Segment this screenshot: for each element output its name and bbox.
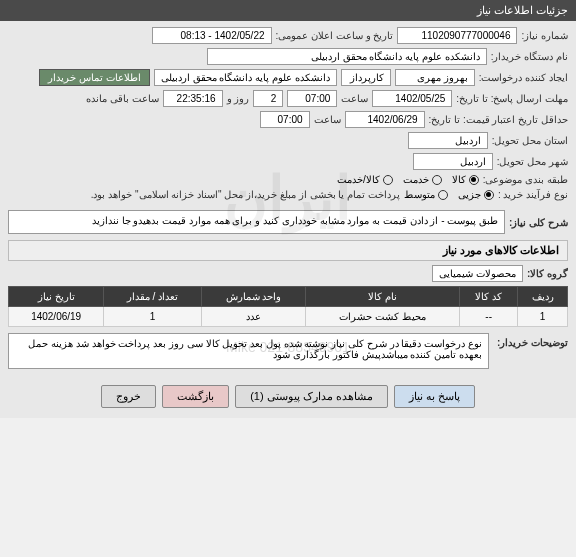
respond-button[interactable]: پاسخ به نیاز (394, 385, 475, 408)
category-option-label: کالا (452, 174, 466, 185)
public-datetime-label: تاریخ و ساعت اعلان عمومی: (276, 30, 394, 41)
requester-org: دانشکده علوم پایه دانشگاه محقق اردبیلی (154, 69, 337, 86)
exit-button[interactable]: خروج (101, 385, 156, 408)
remaining-time: 22:35:16 (163, 90, 223, 107)
category-option-label: کالا/خدمت (337, 174, 380, 185)
validity-hour-label: ساعت (314, 114, 341, 125)
deadline-date: 1402/05/25 (372, 90, 452, 107)
table-header-row: ردیف کد کالا نام کالا واحد شمارش تعداد /… (9, 287, 568, 307)
attachments-button[interactable]: مشاهده مدارک پیوستی (1) (235, 385, 388, 408)
process-label: نوع فرآیند خرید : (498, 189, 568, 200)
general-desc-text: طبق پیوست - از دادن قیمت به موارد مشابه … (8, 210, 505, 234)
contact-buyer-button[interactable]: اطلاعات تماس خریدار (39, 69, 150, 86)
radio-icon (484, 190, 494, 200)
public-datetime-value: 1402/05/22 - 08:13 (152, 27, 272, 44)
buyer-org-value: دانشکده علوم پایه دانشگاه محقق اردبیلی (207, 48, 487, 65)
process-option-label: جزیی (458, 189, 481, 200)
radio-icon (438, 190, 448, 200)
group-label: گروه کالا: (527, 268, 568, 279)
cell-qty: 1 (104, 307, 201, 327)
group-value: محصولات شیمیایی (432, 265, 523, 282)
deadline-hour: 07:00 (287, 90, 337, 107)
category-option-goods[interactable]: کالا (452, 174, 479, 185)
category-option-label: خدمت (403, 174, 429, 185)
table-row[interactable]: 1 -- محیط کشت حشرات عدد 1 1402/06/19 (9, 307, 568, 327)
radio-icon (469, 175, 479, 185)
th-name: نام کالا (306, 287, 460, 307)
items-table: ردیف کد کالا نام کالا واحد شمارش تعداد /… (8, 286, 568, 327)
th-unit: واحد شمارش (201, 287, 306, 307)
day-label: روز و (227, 93, 250, 104)
cell-idx: 1 (518, 307, 568, 327)
category-option-service[interactable]: خدمت (403, 174, 442, 185)
buyer-notes-label: توضیحات خریدار: (497, 333, 568, 348)
need-no-label: شماره نیاز: (521, 30, 568, 41)
requester-label: ایجاد کننده درخواست: (479, 72, 568, 83)
process-option-minor[interactable]: جزیی (458, 189, 494, 200)
cell-code: -- (460, 307, 518, 327)
deadline-hour-label: ساعت (341, 93, 368, 104)
validity-label: حداقل تاریخ اعتبار قیمت: تا تاریخ: (429, 114, 568, 125)
validity-hour: 07:00 (260, 111, 310, 128)
validity-date: 1402/06/29 (345, 111, 425, 128)
process-radio-group: جزیی متوسط (404, 189, 494, 200)
process-option-medium[interactable]: متوسط (404, 189, 448, 200)
deadline-label: مهلت ارسال پاسخ: تا تاریخ: (456, 93, 568, 104)
process-option-label: متوسط (404, 189, 435, 200)
category-option-both[interactable]: کالا/خدمت (337, 174, 393, 185)
city-label: شهر محل تحویل: (497, 156, 568, 167)
cell-name: محیط کشت حشرات (306, 307, 460, 327)
province-label: استان محل تحویل: (492, 135, 568, 146)
th-date: تاریخ نیاز (9, 287, 104, 307)
general-desc-label: شرح کلی نیاز: (509, 217, 568, 228)
items-section-header: اطلاعات کالاهای مورد نیاز (8, 240, 568, 261)
cell-unit: عدد (201, 307, 306, 327)
radio-icon (383, 175, 393, 185)
radio-icon (432, 175, 442, 185)
th-idx: ردیف (518, 287, 568, 307)
th-qty: تعداد / مقدار (104, 287, 201, 307)
category-radio-group: کالا خدمت کالا/خدمت (337, 174, 479, 185)
requester-role: کارپرداز (341, 69, 391, 86)
process-note: پرداخت تمام یا بخشی از مبلغ خرید،از محل … (91, 189, 400, 200)
form-area: ایران شماره نیاز: 1102090777000046 تاریخ… (0, 21, 576, 375)
requester-name: بهروز مهری (395, 69, 475, 86)
province-value: اردبیل (408, 132, 488, 149)
button-bar: پاسخ به نیاز مشاهده مدارک پیوستی (1) باز… (0, 375, 576, 418)
category-label: طبقه بندی موضوعی: (483, 174, 568, 185)
buyer-notes-text: نوع درخواست دقیقا در شرح کلی نیاز نوشته … (8, 333, 489, 369)
days-left: 2 (253, 90, 283, 107)
th-code: کد کالا (460, 287, 518, 307)
city-value: اردبیل (413, 153, 493, 170)
need-no-value: 1102090777000046 (397, 27, 517, 44)
remaining-label: ساعت باقی مانده (86, 93, 159, 104)
panel-title: جزئیات اطلاعات نیاز (477, 4, 568, 16)
buyer-org-label: نام دستگاه خریدار: (491, 51, 568, 62)
back-button[interactable]: بازگشت (162, 385, 229, 408)
cell-date: 1402/06/19 (9, 307, 104, 327)
panel-header: جزئیات اطلاعات نیاز (0, 0, 576, 21)
